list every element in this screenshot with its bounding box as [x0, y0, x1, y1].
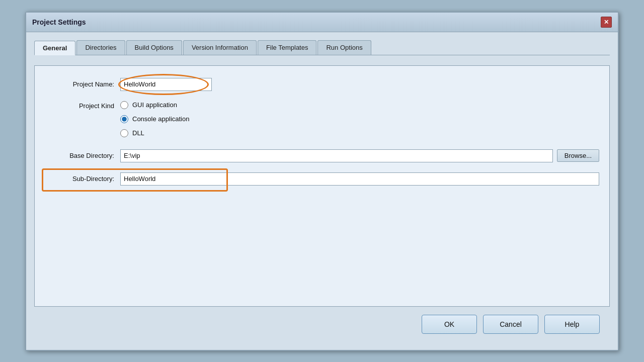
- base-directory-input[interactable]: [120, 149, 553, 162]
- tab-file-templates[interactable]: File Templates: [258, 40, 317, 55]
- sub-directory-row: Sub-Directory:: [45, 172, 599, 186]
- tab-run-options[interactable]: Run Options: [317, 40, 371, 55]
- tab-general[interactable]: General: [34, 41, 75, 55]
- radio-console[interactable]: Console application: [120, 115, 189, 123]
- title-bar: Project Settings ✕: [26, 13, 618, 32]
- project-name-wrapper: [120, 78, 599, 91]
- cancel-button[interactable]: Cancel: [483, 315, 538, 334]
- project-kind-label: Project Kind: [45, 101, 120, 110]
- sub-directory-label: Sub-Directory:: [45, 175, 120, 183]
- radio-dll-label: DLL: [132, 129, 144, 137]
- sub-directory-input[interactable]: [120, 172, 599, 186]
- radio-console-label: Console application: [132, 115, 189, 123]
- project-kind-options: GUI application Console application DLL: [120, 101, 189, 137]
- footer: OK Cancel Help: [34, 307, 610, 342]
- radio-console-input[interactable]: [120, 115, 128, 123]
- window-body: General Directories Build Options Versio…: [26, 32, 618, 350]
- project-name-row: Project Name:: [45, 78, 599, 91]
- base-directory-label: Base Directory:: [45, 152, 120, 159]
- window-title: Project Settings: [32, 18, 86, 26]
- tab-bar: General Directories Build Options Versio…: [34, 40, 610, 55]
- radio-gui-label: GUI application: [132, 101, 177, 109]
- radio-gui[interactable]: GUI application: [120, 101, 189, 109]
- tab-content: Project Name: Project Kind GUI applicati…: [34, 65, 610, 307]
- project-name-input[interactable]: [120, 78, 212, 91]
- base-directory-row: Base Directory: Browse...: [45, 149, 599, 162]
- help-button[interactable]: Help: [544, 315, 600, 334]
- tab-directories[interactable]: Directories: [76, 40, 125, 55]
- ok-button[interactable]: OK: [422, 315, 477, 334]
- close-button[interactable]: ✕: [601, 17, 612, 28]
- radio-dll[interactable]: DLL: [120, 129, 189, 137]
- project-name-label: Project Name:: [45, 80, 120, 88]
- tab-version-information[interactable]: Version Information: [183, 40, 257, 55]
- radio-gui-input[interactable]: [120, 101, 128, 109]
- radio-dll-input[interactable]: [120, 129, 128, 137]
- tab-build-options[interactable]: Build Options: [126, 40, 182, 55]
- browse-button[interactable]: Browse...: [557, 149, 599, 162]
- project-settings-window: Project Settings ✕ General Directories B…: [25, 12, 619, 351]
- project-kind-row: Project Kind GUI application Console app…: [45, 101, 599, 137]
